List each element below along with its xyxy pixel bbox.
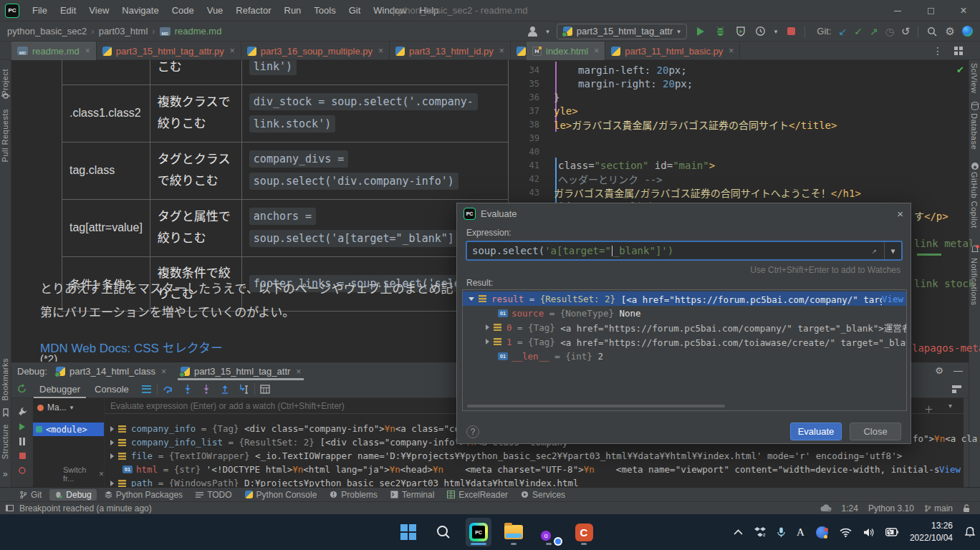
expand-icon[interactable]	[486, 324, 489, 330]
sidebar-item-github-copilot[interactable]: GitHub Copilot	[970, 172, 979, 228]
taskbar-camtasia[interactable]: C	[571, 518, 597, 546]
taskbar-explorer[interactable]	[501, 518, 527, 546]
toolwindow-services[interactable]: Services	[516, 489, 570, 501]
toolwindow-python-packages[interactable]: Python Packages	[100, 489, 188, 501]
result-row-len[interactable]: 01 __len__ = {int} 2	[480, 349, 907, 363]
start-button[interactable]	[395, 518, 421, 546]
tab-part3-15[interactable]: part3_15_html_tag_attr.py ×	[97, 42, 241, 60]
close-tab-icon[interactable]: ×	[230, 46, 235, 56]
user-dropdown-icon[interactable]: ▾	[546, 28, 549, 35]
hide-panel-icon[interactable]: —	[953, 365, 963, 376]
view-link[interactable]: View	[882, 294, 906, 304]
menu-view[interactable]: View	[82, 0, 115, 21]
search-button[interactable]	[431, 518, 456, 546]
git-rollback-icon[interactable]: ↺	[901, 25, 911, 38]
breadcrumb-folder[interactable]: part03_html	[99, 26, 148, 37]
close-tab-icon[interactable]: ×	[161, 367, 166, 377]
menu-refactor[interactable]: Refactor	[229, 0, 277, 21]
minimize-button[interactable]	[881, 0, 914, 21]
menu-navigate[interactable]: Navigate	[115, 0, 165, 21]
profiler-dropdown-icon[interactable]: ▾	[774, 28, 778, 35]
horizontal-scrollbar[interactable]	[467, 405, 725, 407]
unlocked-icon[interactable]	[963, 504, 970, 513]
menu-edit[interactable]: Edit	[54, 0, 82, 21]
expression-input[interactable]: soup.select('a[target="_blank"]') ↗ ▼	[466, 241, 903, 261]
microphone-icon[interactable]	[777, 527, 785, 538]
expand-icon[interactable]	[110, 453, 114, 459]
breadcrumb-project[interactable]: python_basic_sec2	[7, 26, 87, 37]
restore-layout-icon[interactable]	[952, 385, 961, 393]
more-tool-windows[interactable]: »	[3, 469, 8, 479]
step-over-icon[interactable]	[163, 385, 173, 393]
wifi-icon[interactable]	[840, 528, 852, 537]
search-everywhere-icon[interactable]	[926, 25, 938, 38]
split-layout-icon[interactable]	[948, 42, 969, 60]
dialog-close-icon[interactable]: ×	[897, 208, 903, 220]
taskbar-chrome[interactable]: o	[536, 518, 562, 546]
toolwindow-problems[interactable]: Problems	[325, 489, 383, 501]
speaker-icon[interactable]	[863, 528, 874, 537]
cloud-sync-icon[interactable]	[820, 504, 832, 512]
tray-expand-icon[interactable]	[734, 529, 743, 535]
result-row-result[interactable]: result = {ResultSet: 2} [<a href="https:…	[463, 291, 906, 306]
user-icon[interactable]	[527, 26, 539, 37]
close-button[interactable]: ×	[947, 0, 980, 21]
run-to-cursor-icon[interactable]	[239, 385, 249, 394]
database-icon[interactable]	[971, 102, 979, 110]
battery-icon[interactable]	[885, 528, 898, 536]
git-history-icon[interactable]: ◷	[885, 26, 894, 37]
history-dropdown-icon[interactable]: ▼	[884, 242, 901, 259]
close-tab-icon[interactable]: ×	[378, 46, 383, 56]
expand-editor-icon[interactable]: ↗	[872, 246, 877, 256]
menu-vue[interactable]: Vue	[201, 0, 230, 21]
thread-selector[interactable]: Ma... ▾	[33, 398, 104, 417]
watch-dropdown-icon[interactable]: ▾	[948, 402, 952, 410]
breadcrumb-file[interactable]: readme.md	[175, 26, 222, 37]
tab-part3-13[interactable]: part3_13_html_id.py ×	[390, 42, 511, 60]
close-dialog-button[interactable]: Close	[850, 423, 901, 440]
debug-tab-part3-15[interactable]: part3_15_html_tag_attr ×	[175, 362, 307, 380]
status-message[interactable]: Breakpoint reached (a minute ago)	[19, 503, 152, 513]
toolwindow-debug[interactable]: Debug	[49, 489, 96, 501]
tab-console[interactable]: Console	[87, 380, 136, 398]
menu-tools[interactable]: Tools	[307, 0, 342, 21]
notification-bell-icon[interactable]: z	[964, 526, 976, 538]
toolwindow-python-console[interactable]: Python Console	[240, 489, 322, 501]
step-into-icon[interactable]	[183, 385, 192, 394]
step-out-icon[interactable]	[221, 385, 229, 394]
expand-icon[interactable]	[110, 426, 114, 432]
view-breakpoints-icon[interactable]	[18, 466, 27, 475]
code-with-me-icon[interactable]	[962, 26, 973, 37]
tab-readme-md[interactable]: MD readme.md ×	[11, 42, 97, 60]
help-button[interactable]: ?	[466, 425, 479, 438]
close-tab-icon[interactable]: ×	[594, 46, 599, 56]
run-button[interactable]	[694, 25, 707, 38]
add-watch-icon[interactable]: ＋	[924, 402, 933, 415]
git-update-icon[interactable]: ↙	[839, 26, 847, 37]
layout-options-icon[interactable]	[142, 385, 151, 393]
github-icon[interactable]	[971, 162, 979, 170]
close-tab-icon[interactable]: ×	[85, 46, 90, 56]
coverage-button[interactable]	[734, 25, 747, 38]
evaluate-button[interactable]: Evaluate	[790, 423, 842, 440]
close-tab-icon[interactable]: ×	[296, 367, 301, 377]
toolwindow-toggle-icon[interactable]	[6, 505, 14, 511]
view-link[interactable]: View	[939, 464, 964, 475]
toolwindow-terminal[interactable]: Terminal	[385, 489, 439, 501]
sidebar-item-bookmarks[interactable]: Bookmarks	[1, 358, 9, 401]
menu-code[interactable]: Code	[165, 0, 201, 21]
evaluate-expression-icon[interactable]	[260, 385, 270, 394]
sidebar-item-database[interactable]: Database	[970, 113, 979, 150]
toolwindow-todo[interactable]: TODO	[191, 489, 236, 501]
close-tab-icon[interactable]: ×	[499, 46, 504, 56]
tab-part3-16[interactable]: part3_16_soup_multiple.py ×	[241, 42, 390, 60]
git-commit-icon[interactable]: ✓	[854, 26, 863, 37]
result-row-0[interactable]: 0 = {Tag} <a href="https://forum.pc5bai.…	[480, 320, 907, 334]
result-row-source[interactable]: 01 source = {NoneType} None	[480, 306, 907, 320]
bookmark-icon[interactable]	[1, 408, 10, 417]
rerun-icon[interactable]	[17, 384, 27, 394]
menu-run[interactable]: Run	[278, 0, 308, 21]
settings-wrench-icon[interactable]	[18, 407, 27, 416]
debug-tab-part3-14[interactable]: part3_14_html_class ×	[50, 362, 172, 380]
maximize-button[interactable]	[914, 0, 947, 21]
